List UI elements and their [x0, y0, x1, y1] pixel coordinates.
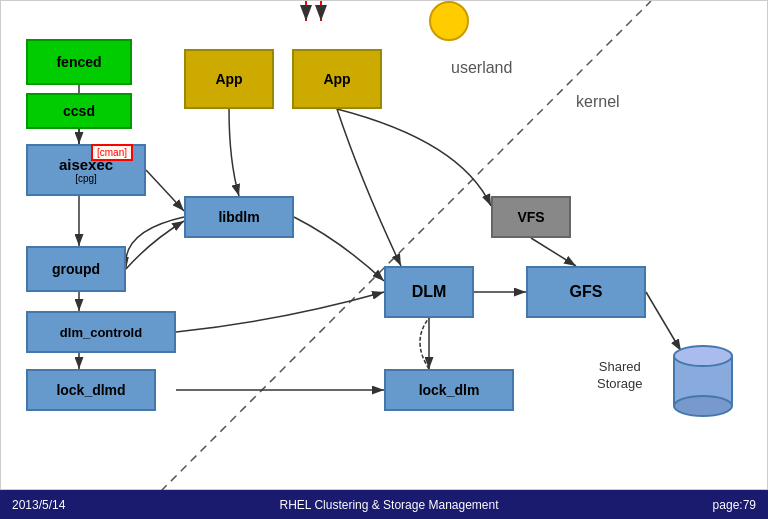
footer-title: RHEL Clustering & Storage Management — [280, 498, 499, 512]
yellow-circle-decoration — [429, 1, 469, 41]
box-ccsd: ccsd — [26, 93, 132, 129]
footer-bar: 2013/5/14 RHEL Clustering & Storage Mana… — [0, 490, 768, 519]
shared-storage-label: SharedStorage — [597, 359, 643, 393]
box-groupd: groupd — [26, 246, 126, 292]
box-libdlm: libdlm — [184, 196, 294, 238]
box-vfs: VFS — [491, 196, 571, 238]
box-gfs: GFS — [526, 266, 646, 318]
box-dlm-controld: dlm_controld — [26, 311, 176, 353]
userland-label: userland — [451, 59, 512, 77]
cman-annotation: [cman] — [91, 144, 133, 161]
box-app1: App — [184, 49, 274, 109]
svg-line-10 — [531, 238, 576, 266]
box-app2: App — [292, 49, 382, 109]
kernel-label: kernel — [576, 93, 620, 111]
svg-point-15 — [674, 346, 732, 366]
box-fenced: fenced — [26, 39, 132, 85]
svg-point-16 — [674, 396, 732, 416]
box-dlm: DLM — [384, 266, 474, 318]
shared-storage-cylinder — [669, 341, 739, 421]
diagram-area: fenced ccsd App App aisexec [cpg] [cman]… — [0, 0, 768, 490]
footer-page: page:79 — [713, 498, 756, 512]
footer-date: 2013/5/14 — [12, 498, 65, 512]
box-lock-dlmd: lock_dlmd — [26, 369, 156, 411]
box-lock-dlm: lock_dlm — [384, 369, 514, 411]
